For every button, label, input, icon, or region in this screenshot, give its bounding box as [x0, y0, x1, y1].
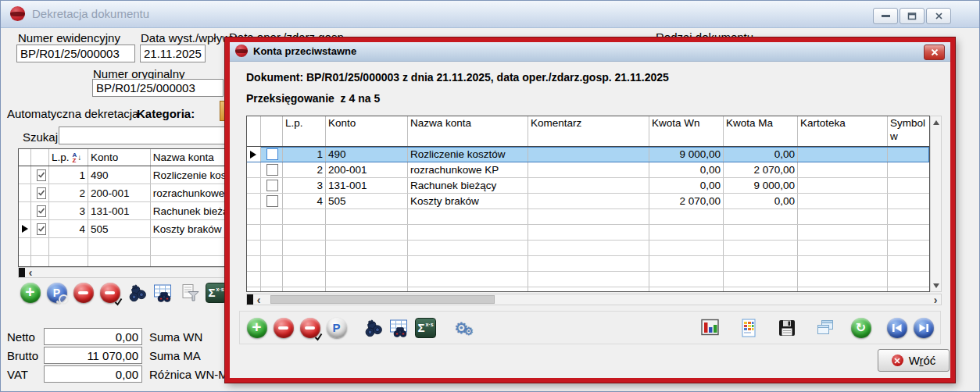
search-button[interactable]	[362, 317, 383, 338]
floppy-disk-icon	[777, 318, 797, 338]
delete-button[interactable]	[273, 317, 294, 338]
suma-wn-label: Suma WN	[149, 330, 202, 344]
first-record-button[interactable]	[886, 317, 907, 338]
delete-selected-button[interactable]	[299, 317, 320, 338]
sum-button[interactable]: Σx·s	[415, 317, 436, 338]
report-button[interactable]	[738, 317, 759, 338]
table-row[interactable]: 4 505 Koszty braków 2 070,00 0,00	[247, 194, 929, 209]
settings-button[interactable]: ⚙⚙	[451, 317, 472, 338]
add-button[interactable]: +	[246, 317, 267, 338]
numer-ewidencyjny-label: Numer ewidencyjny	[18, 31, 120, 45]
table-row[interactable]: 3 131-001 Rachunek bieżący 0,00 9 000,00	[247, 178, 929, 194]
col-header-kwota-wn[interactable]: Kwota Wn	[649, 116, 724, 146]
save-button[interactable]	[776, 317, 797, 338]
row-checkbox[interactable]	[37, 187, 46, 199]
table-row[interactable]: 3 131-001 Rachunek bieżący	[19, 202, 225, 220]
scroll-left-icon[interactable]: ‹	[25, 268, 36, 277]
table-row[interactable]: 4 505 Koszty braków	[19, 220, 225, 238]
row-checkbox[interactable]	[37, 205, 46, 217]
row-checkbox[interactable]	[266, 148, 278, 160]
scroll-up-icon[interactable]	[931, 116, 941, 128]
table-row[interactable]: 2 200-001 rozrachunkowe KP 0,00 2 070,00	[247, 162, 929, 178]
delete-selected-button[interactable]	[99, 282, 120, 303]
col-header-kartoteka[interactable]: Kartoteka	[798, 116, 888, 146]
data-wyst-label: Data wyst./wpływu	[141, 31, 237, 45]
restore-button[interactable]	[900, 8, 925, 24]
scroll-right-icon[interactable]: ›	[930, 294, 941, 305]
numer-oryginalny-field[interactable]: BP/R01/25/000003	[92, 79, 224, 97]
col-header-kwota-ma[interactable]: Kwota Ma	[724, 116, 798, 146]
col-header-komentarz[interactable]: Komentarz	[528, 116, 649, 146]
col-header-konto[interactable]: Konto	[326, 116, 408, 146]
restore-icon	[907, 12, 917, 20]
scroll-left-icon[interactable]: ‹	[253, 294, 264, 305]
splitter-grip[interactable]	[247, 294, 253, 305]
search-button[interactable]	[126, 282, 147, 303]
copy-button[interactable]	[814, 317, 835, 338]
p-search-button[interactable]: P	[46, 282, 67, 303]
col-header-konto[interactable]: Konto	[88, 149, 151, 166]
document-filter-button[interactable]	[179, 282, 200, 303]
minus-icon	[73, 283, 94, 303]
scrollbar-thumb[interactable]	[270, 295, 495, 304]
numer-ewidencyjny-field[interactable]: BP/R01/25/000003	[16, 45, 135, 62]
bar-chart-icon	[700, 318, 721, 338]
skip-to-end-icon	[914, 318, 934, 338]
empty-row	[247, 209, 929, 225]
row-checkbox[interactable]	[266, 180, 278, 191]
minus-check-icon	[300, 318, 320, 338]
vat-label: VAT	[7, 368, 28, 381]
table-search-button[interactable]	[388, 317, 410, 338]
col-header-nazwa[interactable]: Nazwa konta	[408, 116, 528, 146]
table-row[interactable]: 2 200-001 rozrachunkowe KP	[19, 184, 225, 202]
row-checkbox[interactable]	[37, 169, 46, 181]
scroll-down-icon[interactable]	[931, 280, 941, 291]
chart-button[interactable]	[699, 317, 721, 338]
row-checkbox[interactable]	[37, 223, 46, 235]
cancel-x-icon	[892, 355, 903, 366]
sum-icon: Σx·s	[206, 283, 227, 303]
document-filter-icon	[180, 283, 200, 303]
brutto-field[interactable]: 11 070,00	[44, 347, 142, 364]
minimize-button[interactable]	[873, 8, 898, 24]
table-vertical-scrollbar[interactable]	[930, 116, 942, 292]
splitter-grip[interactable]	[19, 268, 25, 277]
col-header-lp[interactable]: L.p.	[283, 116, 326, 146]
col-header-lp[interactable]: L.p. AZ↓	[49, 149, 88, 166]
kategoria-label: Kategoria:	[137, 107, 195, 120]
table-row[interactable]: 1 490 Rozliczenie kosztów	[19, 166, 225, 184]
konta-przeciwstawne-dialog: Konta przeciwstawne Dokument: BP/R01/25/…	[225, 37, 955, 383]
app-logo-icon	[10, 6, 25, 21]
table-horizontal-scrollbar[interactable]: ‹	[18, 267, 227, 278]
last-record-button[interactable]	[913, 317, 934, 338]
delete-button[interactable]	[73, 282, 94, 303]
dialog-title: Konta przeciwstawne	[253, 45, 356, 57]
close-button[interactable]	[926, 8, 951, 24]
sort-az-icon: AZ	[73, 152, 77, 163]
plus-icon: +	[20, 283, 41, 303]
netto-field[interactable]: 0,00	[44, 328, 142, 345]
binoculars-icon	[363, 318, 383, 338]
refresh-button[interactable]: ↻	[850, 317, 871, 338]
data-wyst-field[interactable]: 21.11.2025	[140, 45, 206, 62]
p-button[interactable]: P	[326, 317, 347, 338]
wroc-button[interactable]: Wróć	[878, 349, 950, 372]
dialog-close-button[interactable]	[924, 45, 945, 60]
table-search-button[interactable]	[152, 282, 173, 303]
szukaj-input[interactable]	[59, 127, 227, 144]
table-horizontal-scrollbar[interactable]: ‹ ›	[246, 294, 942, 305]
row-checkbox[interactable]	[266, 195, 278, 207]
dialog-toolbar: + P	[239, 311, 941, 344]
table-row-selected[interactable]: 1 490 Rozliczenie kosztów 9 000,00 0,00	[247, 147, 929, 162]
sum-button[interactable]: Σx·s	[206, 282, 227, 303]
row-checkbox[interactable]	[266, 164, 278, 176]
refresh-icon: ↻	[851, 318, 871, 338]
add-button[interactable]: +	[20, 282, 41, 303]
current-row-marker-icon	[19, 220, 31, 237]
vat-field[interactable]: 0,00	[44, 365, 142, 383]
empty-row	[247, 287, 929, 292]
plus-icon: +	[247, 318, 267, 338]
konta-table: L.p. Konto Nazwa konta Komentarz Kwota W…	[246, 116, 930, 292]
col-header-nazwa[interactable]: Nazwa konta	[151, 149, 225, 166]
col-header-symbol[interactable]: Symbol w kartotece	[888, 116, 928, 146]
